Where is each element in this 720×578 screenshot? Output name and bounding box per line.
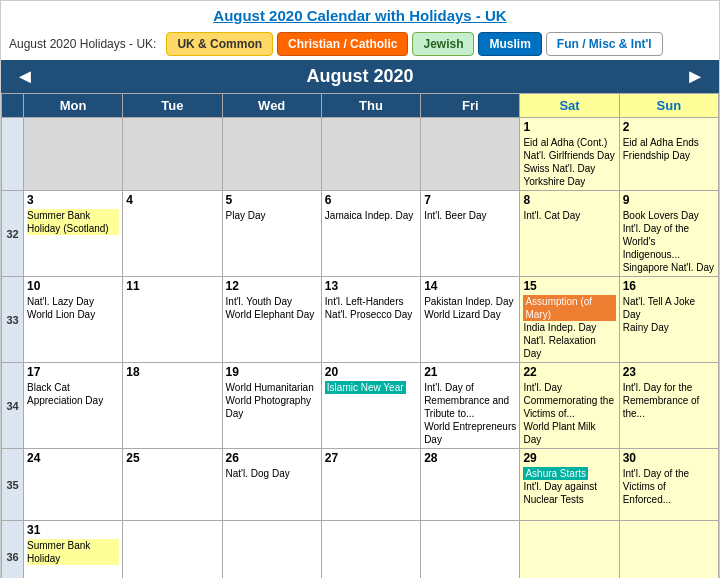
week-num-34: 34 — [2, 363, 24, 449]
day-27: 27 — [321, 449, 420, 521]
calendar-table: Mon Tue Wed Thu Fri Sat Sun 1 Eid al A — [1, 93, 719, 578]
day-23: 23 Int'l. Day for the Remembrance of the… — [619, 363, 718, 449]
tab-christian-catholic[interactable]: Christian / Catholic — [277, 32, 408, 56]
day-13: 13 Int'l. Left-Handers Nat'l. Prosecco D… — [321, 277, 420, 363]
day-9: 9 Book Lovers Day Int'l. Day of the Worl… — [619, 191, 718, 277]
week-num-32: 32 — [2, 191, 24, 277]
week-num-33: 33 — [2, 277, 24, 363]
day-empty-2 — [123, 118, 222, 191]
day-empty-1 — [24, 118, 123, 191]
week-num-31 — [2, 118, 24, 191]
day-26: 26 Nat'l. Dog Day — [222, 449, 321, 521]
header-mon: Mon — [24, 94, 123, 118]
day-30: 30 Int'l. Day of the Victims of Enforced… — [619, 449, 718, 521]
calendar-row-week31: 1 Eid al Adha (Cont.) Nat'l. Girlfriends… — [2, 118, 719, 191]
week-num-header — [2, 94, 24, 118]
day-4: 4 — [123, 191, 222, 277]
day-7: 7 Int'l. Beer Day — [421, 191, 520, 277]
calendar-row-week34: 34 17 Black Cat Appreciation Day 18 19 W… — [2, 363, 719, 449]
day-empty-sep-1 — [123, 521, 222, 579]
header-sat: Sat — [520, 94, 619, 118]
day-25: 25 — [123, 449, 222, 521]
day-8: 8 Int'l. Cat Day — [520, 191, 619, 277]
day-22: 22 Int'l. Day Commemorating the Victims … — [520, 363, 619, 449]
week-num-36: 36 — [2, 521, 24, 579]
day-5: 5 Play Day — [222, 191, 321, 277]
day-20: 20 Islamic New Year — [321, 363, 420, 449]
day-15: 15 Assumption (of Mary) India Indep. Day… — [520, 277, 619, 363]
week-num-35: 35 — [2, 449, 24, 521]
day-14: 14 Pakistan Indep. Day World Lizard Day — [421, 277, 520, 363]
tab-fun-misc[interactable]: Fun / Misc & Int'l — [546, 32, 663, 56]
month-nav-bar: ◄ August 2020 ► — [1, 60, 719, 93]
day-11: 11 — [123, 277, 222, 363]
page-title: August 2020 Calendar with Holidays - UK — [1, 1, 719, 28]
calendar-row-week35: 35 24 25 26 Nat'l. Dog Day 27 28 — [2, 449, 719, 521]
day-empty-3 — [222, 118, 321, 191]
day-empty-sep-2 — [222, 521, 321, 579]
day-18: 18 — [123, 363, 222, 449]
day-17: 17 Black Cat Appreciation Day — [24, 363, 123, 449]
day-28: 28 — [421, 449, 520, 521]
calendar-row-week32: 32 3 Summer Bank Holiday (Scotland) 4 5 … — [2, 191, 719, 277]
month-year-label: August 2020 — [306, 66, 413, 87]
day-19: 19 World Humanitarian World Photography … — [222, 363, 321, 449]
prev-month-button[interactable]: ◄ — [1, 65, 49, 88]
day-29: 29 Ashura Starts Int'l. Day against Nucl… — [520, 449, 619, 521]
calendar-row-week36: 36 31 Summer Bank Holiday — [2, 521, 719, 579]
day-empty-sep-3 — [321, 521, 420, 579]
calendar-row-week33: 33 10 Nat'l. Lazy Day World Lion Day 11 … — [2, 277, 719, 363]
header-wed: Wed — [222, 94, 321, 118]
day-16: 16 Nat'l. Tell A Joke Day Rainy Day — [619, 277, 718, 363]
day-31: 31 Summer Bank Holiday — [24, 521, 123, 579]
day-2: 2 Eid al Adha Ends Friendship Day — [619, 118, 718, 191]
header-tue: Tue — [123, 94, 222, 118]
day-empty-sep-4 — [421, 521, 520, 579]
day-6: 6 Jamaica Indep. Day — [321, 191, 420, 277]
day-empty-5 — [421, 118, 520, 191]
tab-muslim[interactable]: Muslim — [478, 32, 541, 56]
day-3: 3 Summer Bank Holiday (Scotland) — [24, 191, 123, 277]
day-21: 21 Int'l. Day of Remembrance and Tribute… — [421, 363, 520, 449]
header-thu: Thu — [321, 94, 420, 118]
tab-jewish[interactable]: Jewish — [412, 32, 474, 56]
day-empty-sep-5 — [520, 521, 619, 579]
day-empty-4 — [321, 118, 420, 191]
day-1: 1 Eid al Adha (Cont.) Nat'l. Girlfriends… — [520, 118, 619, 191]
day-10: 10 Nat'l. Lazy Day World Lion Day — [24, 277, 123, 363]
header-fri: Fri — [421, 94, 520, 118]
day-24: 24 — [24, 449, 123, 521]
day-12: 12 Int'l. Youth Day World Elephant Day — [222, 277, 321, 363]
tab-row-label: August 2020 Holidays - UK: — [9, 37, 156, 51]
tab-row: August 2020 Holidays - UK: UK & Common C… — [1, 28, 719, 60]
calendar-page: August 2020 Calendar with Holidays - UK … — [0, 0, 720, 578]
header-sun: Sun — [619, 94, 718, 118]
tab-uk-common[interactable]: UK & Common — [166, 32, 273, 56]
next-month-button[interactable]: ► — [671, 65, 719, 88]
day-empty-sep-6 — [619, 521, 718, 579]
